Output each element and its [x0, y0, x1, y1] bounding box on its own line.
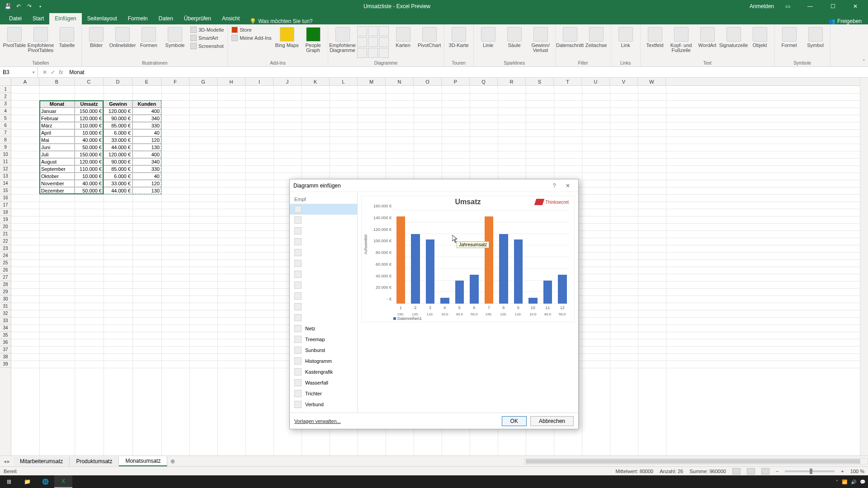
tray-chevron-icon[interactable]: ˄ [836, 479, 838, 484]
ok-button[interactable]: OK [502, 416, 527, 426]
table-cell[interactable]: 120.000 € [75, 115, 104, 122]
chart-type-gallery[interactable] [357, 26, 389, 58]
col-header[interactable]: R [498, 78, 526, 85]
column-headers[interactable]: ABCDEFGHIJKLMNOPQRSTUVW [11, 78, 860, 86]
chart-type-area[interactable] [290, 269, 357, 280]
table-cell[interactable]: November [39, 180, 75, 187]
screenshot-button[interactable]: Screenshot [189, 42, 225, 50]
col-header[interactable]: I [245, 78, 274, 85]
my-addins-button[interactable]: Meine Add-Ins [231, 34, 272, 42]
row-header[interactable]: 3 [0, 100, 11, 108]
share-button[interactable]: 👥 Freigeben [829, 18, 868, 24]
tray-notifications-icon[interactable]: 💬 [860, 479, 865, 484]
start-button[interactable]: ⊞ [0, 475, 18, 488]
table-cell[interactable]: 340 [132, 115, 161, 122]
chart-col-icon[interactable] [357, 26, 367, 36]
table-cell[interactable]: Februar [39, 115, 75, 122]
col-header[interactable]: S [526, 78, 554, 85]
col-header[interactable]: N [386, 78, 414, 85]
col-header[interactable]: C [75, 78, 104, 85]
row-header[interactable]: 28 [0, 281, 11, 288]
table-cell[interactable]: 90.000 € [104, 158, 132, 165]
row-header[interactable]: 25 [0, 259, 11, 267]
col-header[interactable]: F [161, 78, 189, 85]
col-header[interactable]: H [217, 78, 245, 85]
table-cell[interactable]: 44.000 € [104, 144, 132, 151]
tab-review[interactable]: Überprüfen [179, 13, 217, 24]
view-pagebreak-icon[interactable] [761, 468, 769, 474]
chart-type-item[interactable]: Trichter [290, 388, 357, 399]
col-header[interactable]: O [414, 78, 442, 85]
smartart-button[interactable]: SmartArt [189, 34, 225, 42]
cancel-edit-icon[interactable]: ✕ [42, 69, 47, 75]
chart-bar[interactable] [528, 298, 538, 304]
table-cell[interactable]: 85.000 € [104, 165, 132, 173]
tab-view[interactable]: Ansicht [217, 13, 245, 24]
sheet-tab-1[interactable]: Mitarbeiterumsatz [14, 457, 70, 466]
chart-type-item[interactable]: Sunburst [290, 345, 357, 356]
chart-scatter-icon[interactable] [379, 37, 389, 47]
col-header[interactable]: J [274, 78, 302, 85]
chart-bar[interactable] [499, 234, 508, 304]
table-cell[interactable]: 40.000 € [75, 180, 104, 187]
tab-formulas[interactable]: Formeln [123, 13, 153, 24]
chart-type-column[interactable] [290, 225, 357, 236]
horizontal-scrollbar[interactable] [524, 458, 868, 465]
chart-bar[interactable] [411, 234, 420, 304]
link-button[interactable]: Link [614, 26, 637, 48]
table-cell[interactable]: 50.000 € [75, 187, 104, 194]
chart-type-pie[interactable] [290, 247, 357, 258]
table-cell[interactable]: 85.000 € [104, 122, 132, 129]
chart-bar-icon[interactable] [357, 37, 367, 47]
table-header-cell[interactable]: Umsatz [75, 100, 104, 108]
table-cell[interactable]: 110.000 € [75, 165, 104, 173]
row-header[interactable]: 10 [0, 151, 11, 158]
chart-type-item[interactable]: Wasserfall [290, 377, 357, 388]
signin-link[interactable]: Anmelden [750, 3, 774, 9]
accept-edit-icon[interactable]: ✓ [51, 69, 55, 75]
chart-area-icon[interactable] [368, 37, 378, 47]
row-header[interactable]: 1 [0, 86, 11, 93]
minimize-icon[interactable]: — [801, 3, 819, 9]
table-cell[interactable]: 120.000 € [75, 158, 104, 165]
chart-type-recent[interactable] [290, 204, 357, 215]
row-header[interactable]: 19 [0, 216, 11, 223]
online-pictures-button[interactable]: Onlinebilder [111, 26, 134, 48]
table-cell[interactable]: März [39, 122, 75, 129]
view-layout-icon[interactable] [747, 468, 755, 474]
row-header[interactable]: 8 [0, 136, 11, 144]
row-header[interactable]: 17 [0, 202, 11, 209]
redo-icon[interactable]: ↷ [25, 2, 33, 10]
chart-map-icon[interactable] [357, 48, 367, 58]
row-header[interactable]: 14 [0, 180, 11, 187]
pivottable-button[interactable]: PivotTable [3, 26, 26, 48]
table-button[interactable]: Tabelle [55, 26, 79, 48]
table-cell[interactable]: 40 [132, 129, 161, 136]
chart-line-icon[interactable] [368, 26, 378, 36]
timeline-button[interactable]: Zeitachse [585, 26, 608, 48]
dialog-close-icon[interactable]: ✕ [561, 183, 575, 189]
save-icon[interactable]: 💾 [4, 2, 12, 10]
sheet-tab-3[interactable]: Monatsumsatz [119, 456, 167, 466]
chart-type-templates[interactable] [290, 215, 357, 225]
row-header[interactable]: 21 [0, 230, 11, 238]
undo-icon[interactable]: ↶ [14, 2, 23, 10]
chart-type-item[interactable]: Verbund [290, 399, 357, 410]
table-cell[interactable]: 340 [132, 158, 161, 165]
row-header[interactable]: 16 [0, 194, 11, 202]
chart-stock-icon[interactable] [368, 48, 378, 58]
sheet-tab-2[interactable]: Produktumsatz [70, 457, 119, 466]
table-cell[interactable]: 120 [132, 136, 161, 144]
table-cell[interactable]: 110.000 € [75, 122, 104, 129]
shapes-button[interactable]: Formen [137, 26, 160, 48]
chart-bar[interactable] [455, 281, 464, 304]
table-cell[interactable]: 10.000 € [75, 129, 104, 136]
table-cell[interactable]: 40 [132, 173, 161, 180]
textbox-button[interactable]: Textfeld [643, 26, 667, 48]
taskbar-browser-icon[interactable]: 🌐 [36, 475, 54, 488]
row-header[interactable]: 2 [0, 93, 11, 100]
row-header[interactable]: 11 [0, 158, 11, 165]
ribbon-options-icon[interactable]: ▭ [778, 3, 797, 9]
wordart-button[interactable]: WordArt [696, 26, 719, 48]
row-header[interactable]: 18 [0, 209, 11, 216]
